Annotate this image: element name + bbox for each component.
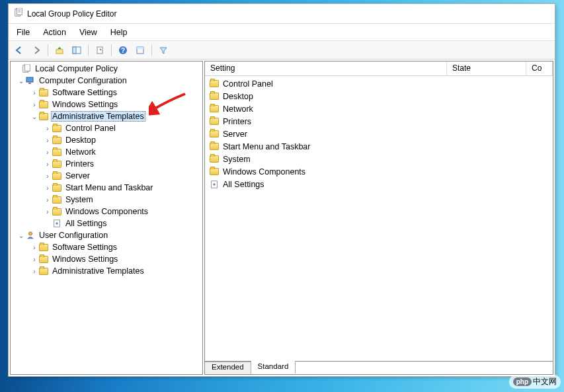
folder-icon [38,87,49,98]
svg-rect-7 [73,47,76,54]
tree-root[interactable]: Local Computer Policy [12,63,201,75]
tree-label: Software Settings [51,243,118,252]
list-item[interactable]: Windows Components [206,165,551,178]
list-item[interactable]: Printers [206,115,551,128]
list-item-label: Desktop [222,92,255,101]
tree-item[interactable]: ›Printers [12,158,201,170]
tree-label: Local Computer Policy [34,64,119,73]
chevron-right-icon[interactable]: › [44,149,52,156]
menu-help[interactable]: Help [110,28,128,37]
policy-icon [21,63,32,74]
chevron-right-icon[interactable]: › [44,184,52,192]
export-button[interactable] [92,43,108,58]
tree-item[interactable]: ›Server [12,170,201,182]
back-button[interactable] [11,43,27,58]
tree-uc-software[interactable]: › Software Settings [12,241,201,253]
separator [48,44,48,56]
folder-icon [209,129,220,139]
folder-icon [209,79,220,89]
list-item-label: Server [222,130,249,139]
svg-rect-1 [17,8,22,15]
tree-user-config[interactable]: ⌄ User Configuration [12,229,201,241]
chevron-right-icon[interactable]: › [44,161,52,168]
chevron-right-icon[interactable]: › [30,101,38,108]
column-comment[interactable]: Co [526,61,553,75]
column-setting[interactable]: Setting [205,61,447,75]
tree-item[interactable]: ›System [12,194,201,206]
list-item[interactable]: Desktop [206,90,551,102]
chevron-right-icon[interactable]: › [30,89,38,97]
tree-label: Network [64,147,97,157]
column-state[interactable]: State [447,61,526,75]
folder-icon [209,141,220,152]
tree-uc-windows[interactable]: › Windows Settings [12,253,201,265]
tree-item[interactable]: ›Network [12,146,201,158]
menu-view[interactable]: View [79,28,97,37]
show-hide-tree-button[interactable] [69,43,85,58]
titlebar: Local Group Policy Editor [9,4,555,24]
filter-button[interactable] [155,43,171,58]
settings-icon [52,218,62,229]
help-button[interactable]: ? [115,43,131,58]
tree-label: Administrative Templates [51,266,145,276]
chevron-right-icon[interactable]: › [44,137,52,144]
tree-label: Administrative Templates [51,111,145,122]
tree-item[interactable]: ›Desktop [12,134,201,146]
tree-panel[interactable]: Local Computer Policy ⌄ Computer Configu… [10,61,203,375]
tree-label: Windows Components [64,207,149,216]
chevron-right-icon[interactable]: › [30,268,38,275]
tree-cc-windows[interactable]: › Windows Settings [12,98,201,110]
chevron-right-icon[interactable]: › [44,208,52,216]
up-button[interactable] [52,43,67,58]
tree-label: User Configuration [38,231,109,240]
chevron-right-icon[interactable]: › [44,125,52,132]
chevron-down-icon[interactable]: ⌄ [17,77,25,85]
folder-icon [38,242,49,253]
folder-icon [38,99,49,110]
right-panel: Setting State Co Control PanelDesktopNet… [204,61,553,375]
tree-computer-config[interactable]: ⌄ Computer Configuration [12,75,201,87]
chevron-right-icon[interactable]: › [30,244,38,251]
folder-icon [52,135,62,145]
chevron-right-icon[interactable]: › [30,256,38,263]
separator [88,44,89,56]
folder-icon [38,111,49,122]
tree-item[interactable]: All Settings [12,217,201,229]
folder-icon [209,116,220,127]
tree-item[interactable]: ›Windows Components [12,206,201,217]
list-item[interactable]: Server [206,128,551,140]
menubar: File Action View Help [9,24,555,41]
properties-button[interactable] [132,43,148,58]
chevron-right-icon[interactable]: › [44,196,52,204]
tree-item[interactable]: ›Control Panel [12,122,201,134]
computer-icon [25,75,36,86]
tab-standard[interactable]: Standard [251,361,296,373]
menu-file[interactable]: File [17,28,30,37]
tree-uc-admin[interactable]: › Administrative Templates [12,265,201,277]
forward-button[interactable] [28,43,44,58]
separator [151,44,152,56]
list-body: Control PanelDesktopNetworkPrintersServe… [205,76,553,361]
php-badge: php [513,377,532,386]
chevron-down-icon[interactable]: ⌄ [30,113,38,120]
list-view[interactable]: Setting State Co Control PanelDesktopNet… [204,61,553,362]
chevron-down-icon[interactable]: ⌄ [17,232,25,239]
list-item[interactable]: Control Panel [206,77,551,90]
tree-item[interactable]: ›Start Menu and Taskbar [12,182,201,194]
list-item[interactable]: All Settings [206,178,551,190]
user-icon [25,230,36,241]
toolbar: ? [9,41,555,59]
folder-icon [209,104,220,114]
svg-rect-14 [24,64,30,71]
list-item[interactable]: Start Menu and Taskbar [206,140,551,153]
tab-extended[interactable]: Extended [205,362,251,374]
list-item[interactable]: Network [206,102,551,115]
chevron-right-icon[interactable]: › [44,173,52,180]
tree-cc-software[interactable]: › Software Settings [12,87,201,98]
menu-action[interactable]: Action [43,28,66,37]
tree-cc-admin[interactable]: ⌄ Administrative Templates [12,110,201,122]
svg-point-21 [213,183,216,186]
list-item[interactable]: System [206,153,551,165]
content-area: Local Computer Policy ⌄ Computer Configu… [9,59,555,376]
tree-label: Windows Settings [51,255,119,264]
